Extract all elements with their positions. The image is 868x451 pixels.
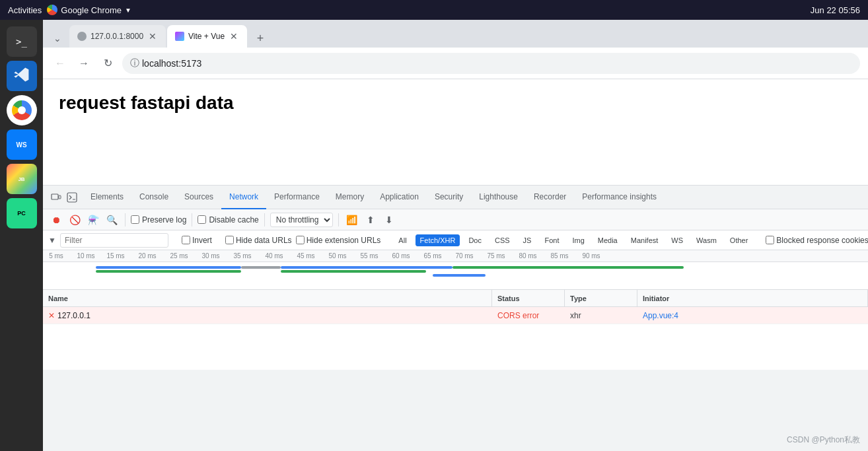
filter-all[interactable]: All [394,234,411,246]
filter-media[interactable]: Media [593,234,622,246]
reload-button[interactable]: ↻ [98,54,117,73]
filter-other[interactable]: Other [725,234,753,246]
address-text: localhost:5173 [142,58,201,69]
ruler-85ms: 85 ms [550,252,568,260]
tab2-favicon [175,32,184,41]
wifi-icon[interactable]: 📶 [344,212,360,228]
tab-back-button[interactable]: ⌄ [48,29,67,48]
hide-data-urls-label[interactable]: Hide data URLs [225,236,292,245]
error-icon: ✕ [48,311,55,320]
disable-cache-checkbox[interactable] [198,215,206,224]
filter-manifest[interactable]: Manifest [626,234,663,246]
sidebar-item-vscode[interactable] [7,61,37,91]
invert-checkbox[interactable] [182,236,190,244]
filter-doc[interactable]: Doc [464,234,486,246]
page-title: request fastapi data [59,92,852,114]
devtools-tab-lighthouse[interactable]: Lighthouse [471,186,526,209]
devtools-tab-recorder[interactable]: Recorder [526,186,574,209]
filter-css[interactable]: CSS [490,234,515,246]
back-button[interactable]: ← [51,54,69,73]
devtools-tab-network[interactable]: Network [221,186,266,209]
blocked-cookies-label[interactable]: Blocked response cookies [766,236,868,245]
preserve-log-label[interactable]: Preserve log [131,215,186,225]
table-row[interactable]: ✕ 127.0.0.1 CORS error xhr App.vue:4 [43,307,868,324]
ruler-55ms: 55 ms [360,252,378,260]
toolbar-sep2 [192,213,192,226]
chrome-label: Google Chrome [61,5,122,15]
address-input[interactable]: ⓘ localhost:5173 [122,53,860,74]
timeline-bar-gray1 [241,266,281,269]
tab2-close[interactable]: ✕ [229,30,239,43]
devtools-device-icon[interactable] [50,191,63,204]
blocked-cookies-checkbox[interactable] [766,236,774,244]
ruler-45ms: 45 ms [297,252,314,260]
search-button[interactable]: 🔍 [104,212,120,228]
page-content: request fastapi data [43,79,868,185]
filter-funnel-icon: ▼ [48,236,56,245]
chrome-dropdown-icon[interactable]: ▼ [125,7,131,14]
header-status: Status [492,290,565,306]
forward-button[interactable]: → [75,54,93,73]
filter-js[interactable]: JS [519,234,536,246]
header-name: Name [43,290,492,306]
new-tab-button[interactable]: + [251,29,270,48]
network-toolbar: ⏺ 🚫 ⚗️ 🔍 Preserve log Disable cache No t… [43,209,868,230]
ruler-25ms: 25 ms [170,252,188,260]
hide-ext-urls-label[interactable]: Hide extension URLs [296,236,381,245]
devtools-tab-performance[interactable]: Performance [266,186,328,209]
tab1-favicon [77,32,87,41]
devtools-tab-performance-insights[interactable]: Performance insights [574,186,665,209]
devtools-panel: Elements Console Sources Network Perform… [43,185,868,370]
svg-rect-2 [67,193,77,202]
download-icon[interactable]: ⬇ [381,212,397,228]
system-topbar: Activities Google Chrome ▼ Jun 22 05:56 [0,0,868,20]
filter-icon[interactable]: ⚗️ [85,212,101,228]
timeline-bar-green3 [452,266,684,269]
filter-ws[interactable]: WS [667,234,688,246]
preserve-log-checkbox[interactable] [131,215,139,224]
network-table: Name Status Type Initiator ✕ 127.0.0.1 C… [43,290,868,370]
devtools-tab-sources[interactable]: Sources [176,186,221,209]
record-button[interactable]: ⏺ [48,212,64,228]
sidebar: >_ WS JB PC [0,20,43,451]
filter-font[interactable]: Font [540,234,563,246]
sidebar-item-pycharm[interactable]: PC [7,198,37,228]
svg-rect-1 [59,195,61,199]
upload-icon[interactable]: ⬆ [363,212,379,228]
timeline-ruler: 5 ms 10 ms 15 ms 20 ms 25 ms 30 ms 35 ms… [43,250,868,262]
filter-input[interactable] [60,233,168,248]
devtools-tab-elements[interactable]: Elements [83,186,131,209]
tab1-title: 127.0.0.1:8000 [90,32,143,41]
disable-cache-label[interactable]: Disable cache [198,215,258,225]
ruler-30ms: 30 ms [201,252,219,260]
sidebar-item-webstorm[interactable]: WS [7,129,37,160]
ruler-40ms: 40 ms [265,252,283,260]
timeline-bar-blue1 [96,266,241,269]
sidebar-item-terminal[interactable]: >_ [7,26,37,57]
tab1-close[interactable]: ✕ [147,30,158,43]
browser-tab-127[interactable]: 127.0.0.1:8000 ✕ [69,25,166,48]
filter-img[interactable]: Img [567,234,589,246]
devtools-tab-security[interactable]: Security [427,186,471,209]
ruler-5ms: 5 ms [49,252,63,260]
browser-tab-vite[interactable]: Vite + Vue ✕ [167,25,247,48]
tab-bar: 127.0.0.1:8000 ✕ Vite + Vue ✕ + [69,25,863,48]
hide-ext-urls-checkbox[interactable] [296,236,305,244]
hide-data-urls-checkbox[interactable] [225,236,234,244]
devtools-tab-console[interactable]: Console [131,186,176,209]
activities-button[interactable]: Activities [8,5,42,15]
sidebar-item-chrome[interactable] [7,95,37,125]
timeline-bar-green2 [281,270,426,273]
devtools-tab-bar: Elements Console Sources Network Perform… [43,186,868,209]
devtools-tab-application[interactable]: Application [372,186,427,209]
filter-wasm[interactable]: Wasm [692,234,721,246]
chrome-indicator: Google Chrome ▼ [47,5,131,15]
devtools-tab-memory[interactable]: Memory [328,186,372,209]
address-bar: ← → ↻ ⓘ localhost:5173 [43,48,868,79]
clear-button[interactable]: 🚫 [67,212,83,228]
sidebar-item-jetbrains[interactable]: JB [7,164,37,194]
filter-fetch-xhr[interactable]: Fetch/XHR [416,234,460,246]
invert-label[interactable]: Invert [182,236,212,245]
throttle-select[interactable]: No throttling [270,213,333,227]
devtools-console-icon[interactable] [65,191,79,204]
